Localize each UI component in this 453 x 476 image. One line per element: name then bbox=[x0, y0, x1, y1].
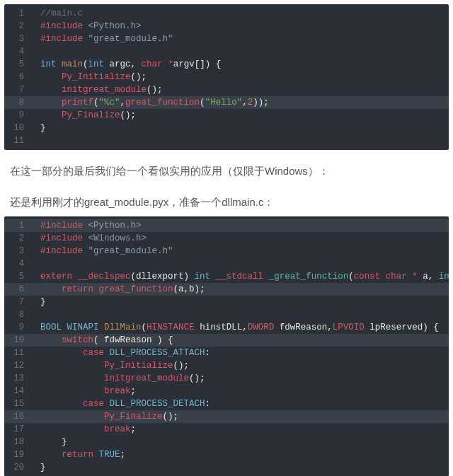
code-content: case DLL_PROCESS_ATTACH: bbox=[30, 347, 449, 359]
code-content: #include <Python.h> bbox=[30, 219, 449, 232]
code-content: break; bbox=[30, 385, 449, 397]
code-line: 6 Py_Initialize(); bbox=[4, 71, 449, 83]
code-line: 10 switch( fdwReason ) { bbox=[4, 334, 449, 347]
code-line: 7 } bbox=[4, 296, 449, 308]
line-number: 10 bbox=[4, 334, 30, 347]
code-line: 11 bbox=[4, 134, 449, 147]
line-number: 11 bbox=[4, 134, 30, 147]
code-content: initgreat_module(); bbox=[30, 372, 449, 385]
code-line: 6 return great_function(a,b); bbox=[4, 283, 449, 296]
line-number: 4 bbox=[4, 257, 30, 270]
code-line: 15 case DLL_PROCESS_DETACH: bbox=[4, 397, 449, 410]
line-number: 12 bbox=[4, 359, 30, 372]
code-content: Py_Finalize(); bbox=[30, 410, 449, 423]
code-line: 9 BOOL WINAPI DllMain(HINSTANCE hinstDLL… bbox=[4, 321, 449, 334]
code-line: 4 bbox=[4, 257, 449, 270]
code-line: 4 bbox=[4, 45, 449, 58]
code-content: break; bbox=[30, 423, 449, 436]
code-content: } bbox=[30, 122, 449, 134]
code-line: 3 #include "great_module.h" bbox=[4, 33, 449, 45]
code-line: 18 } bbox=[4, 436, 449, 448]
code-line: 5 extern __declspec(dllexport) int __std… bbox=[4, 270, 449, 283]
line-number: 2 bbox=[4, 232, 30, 245]
code-content: #include "great_module.h" bbox=[30, 33, 449, 45]
code-line: 16 Py_Finalize(); bbox=[4, 410, 449, 423]
code-content: return great_function(a,b); bbox=[30, 283, 449, 296]
code-block-1: 1 //main.c2 #include <Python.h>3 #includ… bbox=[4, 4, 449, 150]
code-line: 14 break; bbox=[4, 385, 449, 397]
code-content: Py_Initialize(); bbox=[30, 359, 449, 372]
code-content: initgreat_module(); bbox=[30, 83, 449, 96]
line-number: 8 bbox=[4, 308, 30, 321]
code-content: case DLL_PROCESS_DETACH: bbox=[30, 397, 449, 410]
line-number: 10 bbox=[4, 122, 30, 134]
code-content: } bbox=[30, 296, 449, 308]
line-number: 6 bbox=[4, 283, 30, 296]
code-content: //main.c bbox=[30, 7, 449, 20]
paragraph-2: 还是利用刚才的great_module.pyx，准备一个dllmain.c： bbox=[0, 181, 453, 212]
line-number: 8 bbox=[4, 96, 30, 109]
code-content: printf("%c",great_function("Hello",2)); bbox=[30, 96, 449, 109]
code-line: 20 } bbox=[4, 461, 449, 474]
line-number: 7 bbox=[4, 296, 30, 308]
code-line: 1 //main.c bbox=[4, 7, 449, 20]
code-content: Py_Initialize(); bbox=[30, 71, 449, 83]
code-content: #include <Python.h> bbox=[30, 20, 449, 33]
line-number: 11 bbox=[4, 347, 30, 359]
line-number: 2 bbox=[4, 20, 30, 33]
code-block-2: 1 #include <Python.h>2 #include <Windows… bbox=[4, 216, 449, 476]
code-content: int main(int argc, char *argv[]) { bbox=[30, 58, 449, 71]
code-line: 1 #include <Python.h> bbox=[4, 219, 449, 232]
code-line: 2 #include <Windows.h> bbox=[4, 232, 449, 245]
line-number: 4 bbox=[4, 45, 30, 58]
code-content: switch( fdwReason ) { bbox=[30, 334, 449, 347]
code-content: } bbox=[30, 461, 449, 474]
code-line: 7 initgreat_module(); bbox=[4, 83, 449, 96]
code-content: BOOL WINAPI DllMain(HINSTANCE hinstDLL,D… bbox=[30, 321, 449, 334]
code-content: return TRUE; bbox=[30, 448, 449, 461]
line-number: 1 bbox=[4, 219, 30, 232]
code-content: #include <Windows.h> bbox=[30, 232, 449, 245]
code-line: 19 return TRUE; bbox=[4, 448, 449, 461]
line-number: 9 bbox=[4, 321, 30, 334]
code-content: #include "great_module.h" bbox=[30, 245, 449, 257]
code-line: 13 initgreat_module(); bbox=[4, 372, 449, 385]
line-number: 20 bbox=[4, 461, 30, 474]
line-number: 18 bbox=[4, 436, 30, 448]
line-number: 9 bbox=[4, 109, 30, 122]
line-number: 7 bbox=[4, 83, 30, 96]
code-line: 10 } bbox=[4, 122, 449, 134]
code-line: 12 Py_Initialize(); bbox=[4, 359, 449, 372]
code-line: 11 case DLL_PROCESS_ATTACH: bbox=[4, 347, 449, 359]
line-number: 16 bbox=[4, 410, 30, 423]
code-content: extern __declspec(dllexport) int __stdca… bbox=[30, 270, 449, 283]
code-line: 2 #include <Python.h> bbox=[4, 20, 449, 33]
line-number: 1 bbox=[4, 7, 30, 20]
line-number: 6 bbox=[4, 71, 30, 83]
line-number: 5 bbox=[4, 270, 30, 283]
code-line: 8 bbox=[4, 308, 449, 321]
code-line: 9 Py_Finalize(); bbox=[4, 109, 449, 122]
line-number: 15 bbox=[4, 397, 30, 410]
code-line: 8 printf("%c",great_function("Hello",2))… bbox=[4, 96, 449, 109]
line-number: 13 bbox=[4, 372, 30, 385]
paragraph-1: 在这一部分的最后我们给一个看似实用的应用（仅限于Windows）： bbox=[0, 150, 453, 181]
code-content: } bbox=[30, 436, 449, 448]
code-line: 3 #include "great_module.h" bbox=[4, 245, 449, 257]
line-number: 5 bbox=[4, 58, 30, 71]
line-number: 14 bbox=[4, 385, 30, 397]
line-number: 3 bbox=[4, 245, 30, 257]
code-content: Py_Finalize(); bbox=[30, 109, 449, 122]
code-line: 5 int main(int argc, char *argv[]) { bbox=[4, 58, 449, 71]
code-line: 17 break; bbox=[4, 423, 449, 436]
line-number: 17 bbox=[4, 423, 30, 436]
line-number: 19 bbox=[4, 448, 30, 461]
line-number: 3 bbox=[4, 33, 30, 45]
